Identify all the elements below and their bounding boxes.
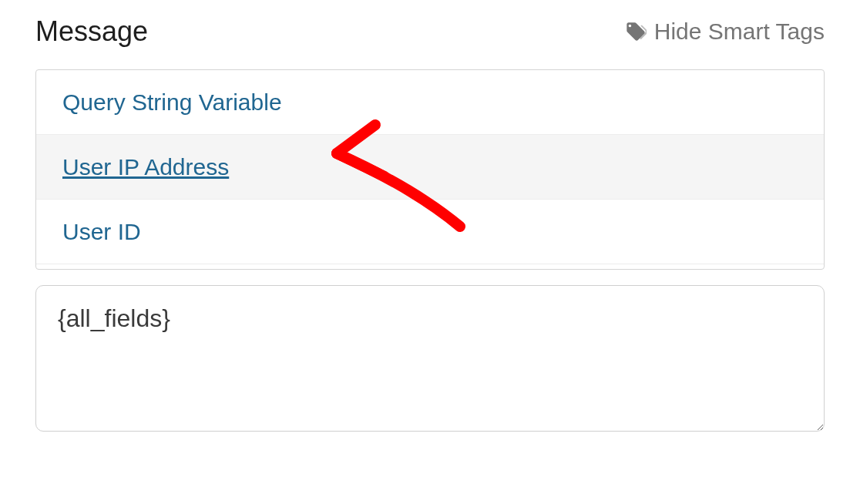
smart-tags-list[interactable]: Query String Variable User IP Address Us… — [35, 69, 825, 270]
message-header: Message Hide Smart Tags — [35, 15, 825, 48]
smart-tag-item-user-display-name[interactable]: User Display Name — [36, 264, 824, 270]
smart-tag-item-user-ip[interactable]: User IP Address — [36, 135, 824, 200]
message-textarea[interactable] — [35, 285, 825, 432]
smart-tag-item-query-string[interactable]: Query String Variable — [36, 70, 824, 135]
hide-smart-tags-label: Hide Smart Tags — [654, 18, 825, 45]
section-title: Message — [35, 15, 148, 48]
hide-smart-tags-toggle[interactable]: Hide Smart Tags — [625, 18, 825, 45]
smart-tag-item-user-id[interactable]: User ID — [36, 200, 824, 264]
tags-icon — [625, 21, 647, 42]
